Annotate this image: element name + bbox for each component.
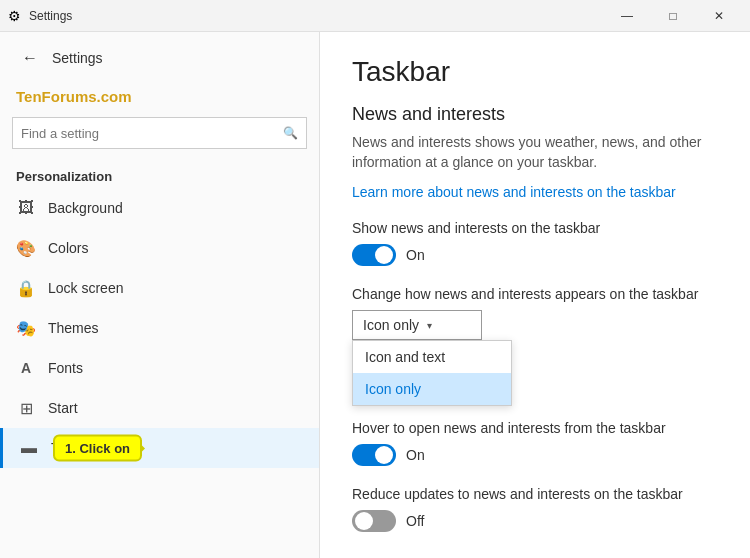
hover-toggle-text: On <box>406 447 425 463</box>
sidebar-item-themes[interactable]: 🎭 Themes <box>0 308 319 348</box>
search-box[interactable]: 🔍 <box>12 117 307 149</box>
sidebar-item-start[interactable]: ⊞ Start <box>0 388 319 428</box>
show-toggle-row: 2. Turn On or Off On <box>352 244 718 266</box>
reduce-updates-label: Reduce updates to news and interests on … <box>352 486 718 502</box>
reduce-toggle-row: Off <box>352 510 718 532</box>
reduce-toggle[interactable] <box>352 510 396 532</box>
back-button[interactable]: ← <box>16 44 44 72</box>
main-content: Taskbar News and interests News and inte… <box>320 32 750 558</box>
watermark-area: TenForums.com <box>0 84 319 117</box>
sidebar-item-label-start: Start <box>48 400 78 416</box>
show-news-toggle[interactable] <box>352 244 396 266</box>
page-title: Taskbar <box>352 56 718 88</box>
reduce-updates-setting: Reduce updates to news and interests on … <box>352 486 718 532</box>
appearance-dropdown-menu: Icon and text Icon only <box>352 340 512 406</box>
change-appearance-label: Change how news and interests appears on… <box>352 286 718 302</box>
title-bar-title: Settings <box>29 9 604 23</box>
colors-icon: 🎨 <box>16 238 36 258</box>
show-news-label: Show news and interests on the taskbar <box>352 220 718 236</box>
sidebar: ← Settings TenForums.com 🔍 Personalizati… <box>0 32 320 558</box>
sidebar-item-background[interactable]: 🖼 Background <box>0 188 319 228</box>
toggle-knob-1 <box>375 246 393 264</box>
sidebar-header: ← Settings <box>0 32 319 84</box>
hover-label: Hover to open news and interests from th… <box>352 420 718 436</box>
app-body: ← Settings TenForums.com 🔍 Personalizati… <box>0 32 750 558</box>
sidebar-item-label-lock-screen: Lock screen <box>48 280 123 296</box>
hover-setting: Hover to open news and interests from th… <box>352 420 718 466</box>
personalization-label: Personalization <box>0 161 319 188</box>
appearance-dropdown-wrapper: Icon only ▾ Icon and text Icon only <box>352 310 482 340</box>
sidebar-header-title: Settings <box>52 50 103 66</box>
chevron-down-icon: ▾ <box>427 320 432 331</box>
search-icon: 🔍 <box>283 126 298 140</box>
hover-toggle[interactable] <box>352 444 396 466</box>
sidebar-item-label-background: Background <box>48 200 123 216</box>
appearance-dropdown[interactable]: Icon only ▾ <box>352 310 482 340</box>
title-bar: ⚙ Settings — □ ✕ <box>0 0 750 32</box>
toggle-knob-2 <box>375 446 393 464</box>
background-icon: 🖼 <box>16 198 36 218</box>
settings-icon: ⚙ <box>8 8 21 24</box>
lock-screen-icon: 🔒 <box>16 278 36 298</box>
search-input[interactable] <box>21 126 283 141</box>
minimize-button[interactable]: — <box>604 0 650 32</box>
taskbar-icon: ▬ <box>19 438 39 458</box>
section-description: News and interests shows you weather, ne… <box>352 133 718 172</box>
watermark-text: TenForums.com <box>16 88 132 105</box>
sidebar-item-label-fonts: Fonts <box>48 360 83 376</box>
start-icon: ⊞ <box>16 398 36 418</box>
toggle-knob-3 <box>355 512 373 530</box>
maximize-button[interactable]: □ <box>650 0 696 32</box>
hover-toggle-row: On <box>352 444 718 466</box>
dropdown-option-icon-and-text[interactable]: Icon and text <box>353 341 511 373</box>
show-news-setting: Show news and interests on the taskbar 2… <box>352 220 718 266</box>
annotation-click-on: 1. Click on <box>53 435 142 462</box>
themes-icon: 🎭 <box>16 318 36 338</box>
dropdown-current-value: Icon only <box>363 317 419 333</box>
change-appearance-setting: Change how news and interests appears on… <box>352 286 718 340</box>
sidebar-item-label-colors: Colors <box>48 240 88 256</box>
sidebar-item-taskbar[interactable]: ▬ Taskbar 1. Click on <box>0 428 319 468</box>
close-button[interactable]: ✕ <box>696 0 742 32</box>
show-news-toggle-text: On <box>406 247 425 263</box>
section-heading: News and interests <box>352 104 718 125</box>
dropdown-option-icon-only[interactable]: Icon only <box>353 373 511 405</box>
reduce-toggle-text: Off <box>406 513 424 529</box>
sidebar-item-fonts[interactable]: A Fonts <box>0 348 319 388</box>
window-controls: — □ ✕ <box>604 0 742 32</box>
sidebar-item-label-themes: Themes <box>48 320 99 336</box>
sidebar-item-lock-screen[interactable]: 🔒 Lock screen <box>0 268 319 308</box>
learn-more-link[interactable]: Learn more about news and interests on t… <box>352 184 718 200</box>
sidebar-item-colors[interactable]: 🎨 Colors <box>0 228 319 268</box>
fonts-icon: A <box>16 358 36 378</box>
